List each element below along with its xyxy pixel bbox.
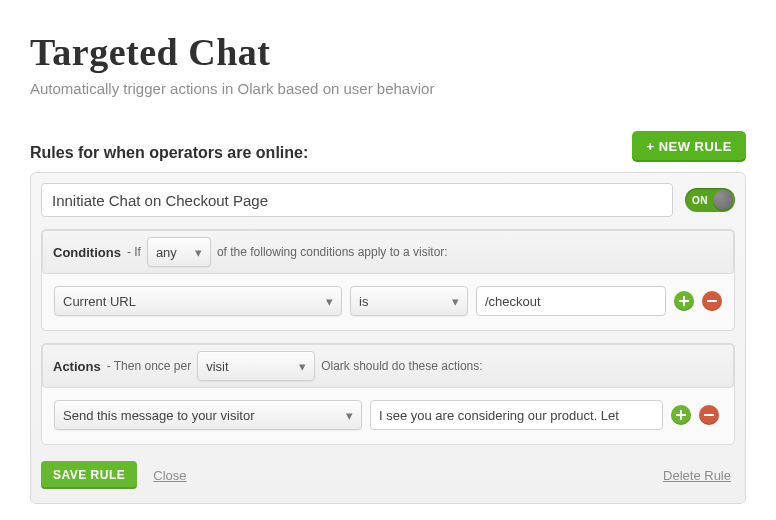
plus-icon: [679, 296, 689, 306]
action-row: Send this message to your visitor ▾: [54, 400, 722, 430]
delete-rule-link[interactable]: Delete Rule: [663, 468, 731, 483]
actions-prefix: - Then once per: [107, 359, 192, 373]
chevron-down-icon: ▾: [195, 245, 202, 260]
action-type-select[interactable]: Send this message to your visitor ▾: [54, 400, 362, 430]
rule-enabled-toggle[interactable]: ON: [685, 188, 735, 212]
chevron-down-icon: ▾: [299, 359, 306, 374]
plus-icon: [676, 410, 686, 420]
condition-operator-value: is: [359, 294, 368, 309]
page-subtitle: Automatically trigger actions in Olark b…: [30, 80, 746, 97]
toggle-knob: [713, 190, 733, 210]
chevron-down-icon: ▾: [452, 294, 459, 309]
new-rule-button[interactable]: + NEW RULE: [632, 131, 746, 162]
minus-icon: [707, 296, 717, 306]
conditions-mode-value: any: [156, 245, 177, 260]
actions-scope-select[interactable]: visit ▾: [197, 351, 315, 381]
page-title: Targeted Chat: [30, 30, 746, 74]
conditions-prefix: - If: [127, 245, 141, 259]
rule-name-input[interactable]: [41, 183, 673, 217]
actions-suffix: Olark should do these actions:: [321, 359, 482, 373]
conditions-header: Conditions - If any ▾ of the following c…: [42, 230, 734, 274]
conditions-panel: Conditions - If any ▾ of the following c…: [41, 229, 735, 331]
rule-card: ON Conditions - If any ▾ of the followin…: [30, 172, 746, 504]
actions-panel: Actions - Then once per visit ▾ Olark sh…: [41, 343, 735, 445]
rules-section-title: Rules for when operators are online:: [30, 144, 308, 162]
remove-condition-button[interactable]: [702, 291, 722, 311]
rule-footer: SAVE RULE Close Delete Rule: [41, 457, 735, 493]
close-link[interactable]: Close: [153, 468, 186, 483]
svg-rect-1: [704, 414, 714, 416]
toggle-label: ON: [692, 195, 708, 206]
add-condition-button[interactable]: [674, 291, 694, 311]
condition-field-value: Current URL: [63, 294, 136, 309]
chevron-down-icon: ▾: [346, 408, 353, 423]
condition-value-input[interactable]: [476, 286, 666, 316]
add-action-button[interactable]: [671, 405, 691, 425]
conditions-suffix: of the following conditions apply to a v…: [217, 245, 448, 259]
remove-action-button[interactable]: [699, 405, 719, 425]
svg-rect-0: [707, 300, 717, 302]
condition-row: Current URL ▾ is ▾: [54, 286, 722, 316]
actions-scope-value: visit: [206, 359, 228, 374]
condition-operator-select[interactable]: is ▾: [350, 286, 468, 316]
action-type-value: Send this message to your visitor: [63, 408, 254, 423]
conditions-mode-select[interactable]: any ▾: [147, 237, 211, 267]
actions-heading: Actions: [53, 359, 101, 374]
action-value-input[interactable]: [370, 400, 663, 430]
chevron-down-icon: ▾: [326, 294, 333, 309]
save-rule-button[interactable]: SAVE RULE: [41, 461, 137, 489]
condition-field-select[interactable]: Current URL ▾: [54, 286, 342, 316]
conditions-heading: Conditions: [53, 245, 121, 260]
actions-header: Actions - Then once per visit ▾ Olark sh…: [42, 344, 734, 388]
minus-icon: [704, 410, 714, 420]
